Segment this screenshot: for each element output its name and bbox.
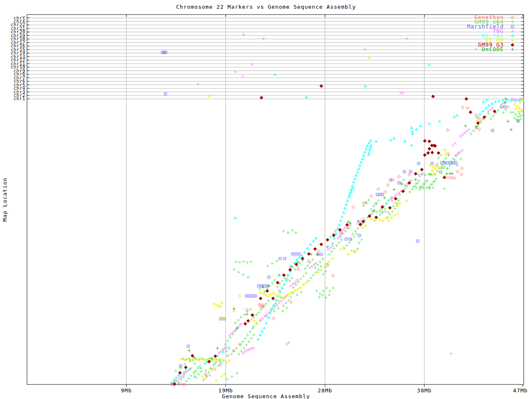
legend-symbol-decode — [511, 48, 514, 51]
series-gm99g3-points — [173, 84, 496, 386]
legend-label-decode: DeCODE — [482, 46, 504, 52]
x-tick-label: 28Mb — [318, 387, 332, 394]
chart-canvas: chrYchrXchr22chr21chr20chr19chr18chr17ch… — [0, 0, 532, 399]
x-tick-label: 47Mb — [513, 387, 527, 394]
plot-border — [27, 15, 524, 384]
x-tick-label: 38Mb — [417, 387, 431, 394]
series-decode-points — [188, 98, 513, 360]
x-axis-title: Genome Sequence Assembly — [0, 393, 532, 399]
chart-window: chrYchrXchr22chr21chr20chr19chr18chr17ch… — [0, 0, 532, 399]
series-marshfield-points — [161, 51, 520, 385]
x-tick-label: 9Mb — [121, 387, 132, 394]
series-genethon-points — [177, 106, 482, 386]
series-wirh-points — [180, 57, 525, 382]
legend-symbol-wirh — [511, 39, 514, 42]
x-tick-label: 19Mb — [218, 387, 233, 394]
y-axis-title: Map Location — [2, 177, 8, 222]
legend-symbol-gm99gb4 — [511, 21, 514, 24]
series-tng-points — [171, 48, 522, 386]
series-gm99gb4-points — [170, 33, 525, 385]
legend-symbol-genethon — [511, 16, 514, 19]
legend-symbol-marshfield — [511, 25, 514, 28]
chart-title: Chromosome 22 Markers vs Genome Sequence… — [0, 4, 532, 10]
y-axis-label-chr1: chr1 — [14, 96, 26, 101]
